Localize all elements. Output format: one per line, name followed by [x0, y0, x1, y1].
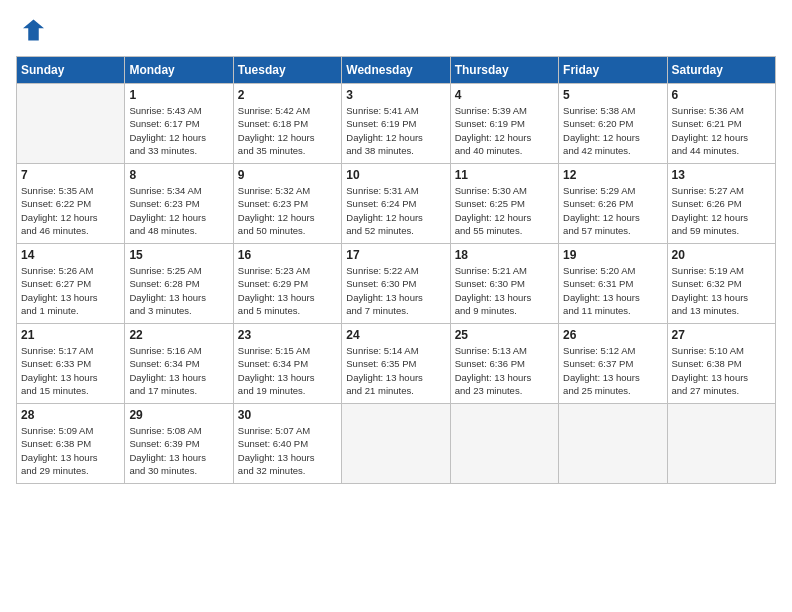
day-number: 18 — [455, 248, 554, 262]
day-info: Sunrise: 5:07 AM Sunset: 6:40 PM Dayligh… — [238, 424, 337, 477]
calendar-cell: 16Sunrise: 5:23 AM Sunset: 6:29 PM Dayli… — [233, 244, 341, 324]
day-number: 4 — [455, 88, 554, 102]
calendar-cell: 23Sunrise: 5:15 AM Sunset: 6:34 PM Dayli… — [233, 324, 341, 404]
calendar-cell: 29Sunrise: 5:08 AM Sunset: 6:39 PM Dayli… — [125, 404, 233, 484]
day-info: Sunrise: 5:42 AM Sunset: 6:18 PM Dayligh… — [238, 104, 337, 157]
day-header-sunday: Sunday — [17, 57, 125, 84]
day-header-saturday: Saturday — [667, 57, 775, 84]
calendar-week-5: 28Sunrise: 5:09 AM Sunset: 6:38 PM Dayli… — [17, 404, 776, 484]
day-info: Sunrise: 5:34 AM Sunset: 6:23 PM Dayligh… — [129, 184, 228, 237]
calendar-cell: 21Sunrise: 5:17 AM Sunset: 6:33 PM Dayli… — [17, 324, 125, 404]
calendar-cell — [559, 404, 667, 484]
calendar-header-row: SundayMondayTuesdayWednesdayThursdayFrid… — [17, 57, 776, 84]
calendar-cell: 14Sunrise: 5:26 AM Sunset: 6:27 PM Dayli… — [17, 244, 125, 324]
calendar-cell: 2Sunrise: 5:42 AM Sunset: 6:18 PM Daylig… — [233, 84, 341, 164]
calendar-cell — [450, 404, 558, 484]
day-info: Sunrise: 5:16 AM Sunset: 6:34 PM Dayligh… — [129, 344, 228, 397]
calendar-week-3: 14Sunrise: 5:26 AM Sunset: 6:27 PM Dayli… — [17, 244, 776, 324]
calendar-week-4: 21Sunrise: 5:17 AM Sunset: 6:33 PM Dayli… — [17, 324, 776, 404]
day-number: 1 — [129, 88, 228, 102]
calendar-cell: 3Sunrise: 5:41 AM Sunset: 6:19 PM Daylig… — [342, 84, 450, 164]
day-number: 23 — [238, 328, 337, 342]
calendar-cell: 24Sunrise: 5:14 AM Sunset: 6:35 PM Dayli… — [342, 324, 450, 404]
day-info: Sunrise: 5:09 AM Sunset: 6:38 PM Dayligh… — [21, 424, 120, 477]
calendar-cell: 17Sunrise: 5:22 AM Sunset: 6:30 PM Dayli… — [342, 244, 450, 324]
calendar-cell — [17, 84, 125, 164]
day-info: Sunrise: 5:25 AM Sunset: 6:28 PM Dayligh… — [129, 264, 228, 317]
calendar-cell: 6Sunrise: 5:36 AM Sunset: 6:21 PM Daylig… — [667, 84, 775, 164]
day-number: 25 — [455, 328, 554, 342]
day-info: Sunrise: 5:36 AM Sunset: 6:21 PM Dayligh… — [672, 104, 771, 157]
logo-icon — [16, 16, 44, 44]
day-number: 3 — [346, 88, 445, 102]
day-number: 6 — [672, 88, 771, 102]
day-header-thursday: Thursday — [450, 57, 558, 84]
calendar-week-1: 1Sunrise: 5:43 AM Sunset: 6:17 PM Daylig… — [17, 84, 776, 164]
day-info: Sunrise: 5:10 AM Sunset: 6:38 PM Dayligh… — [672, 344, 771, 397]
logo — [16, 16, 48, 44]
day-number: 28 — [21, 408, 120, 422]
calendar-week-2: 7Sunrise: 5:35 AM Sunset: 6:22 PM Daylig… — [17, 164, 776, 244]
day-number: 29 — [129, 408, 228, 422]
calendar-cell: 13Sunrise: 5:27 AM Sunset: 6:26 PM Dayli… — [667, 164, 775, 244]
day-number: 8 — [129, 168, 228, 182]
calendar-cell: 18Sunrise: 5:21 AM Sunset: 6:30 PM Dayli… — [450, 244, 558, 324]
day-info: Sunrise: 5:26 AM Sunset: 6:27 PM Dayligh… — [21, 264, 120, 317]
day-number: 13 — [672, 168, 771, 182]
day-number: 30 — [238, 408, 337, 422]
day-info: Sunrise: 5:35 AM Sunset: 6:22 PM Dayligh… — [21, 184, 120, 237]
day-info: Sunrise: 5:17 AM Sunset: 6:33 PM Dayligh… — [21, 344, 120, 397]
calendar-cell: 11Sunrise: 5:30 AM Sunset: 6:25 PM Dayli… — [450, 164, 558, 244]
day-info: Sunrise: 5:12 AM Sunset: 6:37 PM Dayligh… — [563, 344, 662, 397]
day-info: Sunrise: 5:43 AM Sunset: 6:17 PM Dayligh… — [129, 104, 228, 157]
day-number: 7 — [21, 168, 120, 182]
calendar-cell: 12Sunrise: 5:29 AM Sunset: 6:26 PM Dayli… — [559, 164, 667, 244]
day-info: Sunrise: 5:19 AM Sunset: 6:32 PM Dayligh… — [672, 264, 771, 317]
day-number: 15 — [129, 248, 228, 262]
calendar-cell: 8Sunrise: 5:34 AM Sunset: 6:23 PM Daylig… — [125, 164, 233, 244]
day-info: Sunrise: 5:21 AM Sunset: 6:30 PM Dayligh… — [455, 264, 554, 317]
day-number: 14 — [21, 248, 120, 262]
day-info: Sunrise: 5:22 AM Sunset: 6:30 PM Dayligh… — [346, 264, 445, 317]
header — [16, 16, 776, 44]
day-header-friday: Friday — [559, 57, 667, 84]
calendar-cell — [667, 404, 775, 484]
day-number: 16 — [238, 248, 337, 262]
day-number: 12 — [563, 168, 662, 182]
day-info: Sunrise: 5:15 AM Sunset: 6:34 PM Dayligh… — [238, 344, 337, 397]
day-number: 24 — [346, 328, 445, 342]
day-header-wednesday: Wednesday — [342, 57, 450, 84]
calendar-cell: 9Sunrise: 5:32 AM Sunset: 6:23 PM Daylig… — [233, 164, 341, 244]
calendar-cell: 15Sunrise: 5:25 AM Sunset: 6:28 PM Dayli… — [125, 244, 233, 324]
calendar-cell: 20Sunrise: 5:19 AM Sunset: 6:32 PM Dayli… — [667, 244, 775, 324]
calendar-cell: 28Sunrise: 5:09 AM Sunset: 6:38 PM Dayli… — [17, 404, 125, 484]
day-number: 10 — [346, 168, 445, 182]
day-number: 17 — [346, 248, 445, 262]
calendar-cell: 22Sunrise: 5:16 AM Sunset: 6:34 PM Dayli… — [125, 324, 233, 404]
calendar-cell: 26Sunrise: 5:12 AM Sunset: 6:37 PM Dayli… — [559, 324, 667, 404]
day-info: Sunrise: 5:14 AM Sunset: 6:35 PM Dayligh… — [346, 344, 445, 397]
day-number: 21 — [21, 328, 120, 342]
day-info: Sunrise: 5:23 AM Sunset: 6:29 PM Dayligh… — [238, 264, 337, 317]
day-number: 22 — [129, 328, 228, 342]
day-info: Sunrise: 5:30 AM Sunset: 6:25 PM Dayligh… — [455, 184, 554, 237]
day-number: 11 — [455, 168, 554, 182]
day-header-tuesday: Tuesday — [233, 57, 341, 84]
day-number: 26 — [563, 328, 662, 342]
day-number: 20 — [672, 248, 771, 262]
calendar-body: 1Sunrise: 5:43 AM Sunset: 6:17 PM Daylig… — [17, 84, 776, 484]
calendar-cell: 19Sunrise: 5:20 AM Sunset: 6:31 PM Dayli… — [559, 244, 667, 324]
day-info: Sunrise: 5:20 AM Sunset: 6:31 PM Dayligh… — [563, 264, 662, 317]
day-info: Sunrise: 5:13 AM Sunset: 6:36 PM Dayligh… — [455, 344, 554, 397]
calendar-cell: 5Sunrise: 5:38 AM Sunset: 6:20 PM Daylig… — [559, 84, 667, 164]
calendar-cell: 4Sunrise: 5:39 AM Sunset: 6:19 PM Daylig… — [450, 84, 558, 164]
day-number: 19 — [563, 248, 662, 262]
calendar-cell: 10Sunrise: 5:31 AM Sunset: 6:24 PM Dayli… — [342, 164, 450, 244]
calendar-cell: 27Sunrise: 5:10 AM Sunset: 6:38 PM Dayli… — [667, 324, 775, 404]
day-info: Sunrise: 5:32 AM Sunset: 6:23 PM Dayligh… — [238, 184, 337, 237]
day-number: 9 — [238, 168, 337, 182]
day-info: Sunrise: 5:29 AM Sunset: 6:26 PM Dayligh… — [563, 184, 662, 237]
day-header-monday: Monday — [125, 57, 233, 84]
calendar-cell: 1Sunrise: 5:43 AM Sunset: 6:17 PM Daylig… — [125, 84, 233, 164]
calendar-cell: 25Sunrise: 5:13 AM Sunset: 6:36 PM Dayli… — [450, 324, 558, 404]
